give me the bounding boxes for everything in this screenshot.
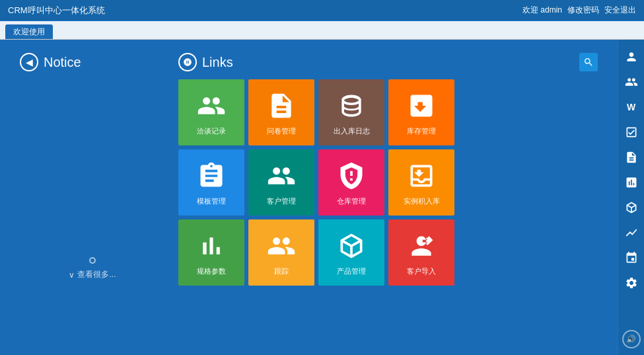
tile-cangku-label: 仓库管理 [337, 196, 366, 206]
links-nav-icon[interactable] [178, 53, 197, 71]
right-sidebar: W 🔊 [618, 40, 644, 355]
tile-shili[interactable]: 实例积入库 [388, 149, 454, 216]
notice-prev-button[interactable]: ◀ [20, 53, 38, 71]
tile-genzong[interactable]: 跟踪 [248, 219, 314, 286]
settings-icon[interactable] [621, 272, 642, 294]
notice-dot [89, 257, 96, 264]
notice-empty-area: ∨ 查看很多... [20, 82, 165, 280]
database-icon [335, 89, 368, 122]
top-bar-right: 欢迎 admin 修改密码 安全退出 [522, 5, 636, 16]
user-import-icon [405, 229, 438, 262]
safe-exit-link[interactable]: 安全退出 [604, 5, 636, 16]
tile-guige-label: 规格参数 [197, 266, 226, 276]
user-list-icon[interactable] [621, 71, 642, 93]
tile-muban-label: 模板管理 [197, 196, 226, 206]
tile-kehudaoru[interactable]: 客户导入 [388, 219, 454, 286]
warehouse-icon [335, 159, 368, 192]
notice-section: ◀ Notice ∨ 查看很多... [20, 53, 165, 342]
schedule-icon[interactable] [621, 247, 642, 268]
welcome-text: 欢迎 admin [522, 5, 562, 16]
tracking-icon [265, 229, 298, 262]
tile-kucun[interactable]: 库存管理 [388, 79, 454, 145]
links-search-button[interactable] [579, 53, 598, 71]
tab-bar: 欢迎使用 [0, 21, 644, 40]
document-icon[interactable] [621, 147, 642, 168]
chart-icon[interactable] [621, 222, 642, 243]
contacts-icon [195, 89, 228, 122]
tile-genzong-label: 跟踪 [274, 266, 289, 276]
barchart-icon [195, 229, 228, 262]
w-icon[interactable]: W [621, 97, 642, 118]
tile-wenjuan[interactable]: 问卷管理 [248, 79, 314, 145]
notice-more-link[interactable]: ∨ 查看很多... [69, 269, 116, 280]
content-area: ◀ Notice ∨ 查看很多... Links [0, 40, 618, 355]
tile-wenjuan-label: 问卷管理 [267, 126, 296, 136]
top-bar: CRM呼叫中心一体化系统 欢迎 admin 修改密码 安全退出 [0, 0, 644, 21]
survey-icon [265, 89, 298, 122]
tile-chanpin-label: 产品管理 [337, 266, 366, 276]
tile-churuku-label: 出入库日志 [334, 126, 370, 136]
tile-kucun-label: 库存管理 [407, 126, 436, 136]
tile-shili-label: 实例积入库 [404, 196, 440, 206]
tile-cangku[interactable]: 仓库管理 [318, 149, 384, 216]
tile-kehudaoru-label: 客户导入 [407, 266, 436, 276]
notice-header: ◀ Notice [20, 53, 165, 71]
tile-chanpin[interactable]: 产品管理 [318, 219, 384, 286]
tile-kehu-label: 客户管理 [267, 196, 296, 206]
tile-churuku[interactable]: 出入库日志 [318, 79, 384, 145]
inbox-down-icon [405, 159, 438, 192]
stats-icon[interactable] [621, 172, 642, 193]
tile-kehu[interactable]: 客户管理 [248, 149, 314, 216]
main-content: ◀ Notice ∨ 查看很多... Links [0, 40, 644, 355]
links-title: Links [202, 55, 233, 70]
tab-welcome[interactable]: 欢迎使用 [5, 24, 53, 39]
tile-guige[interactable]: 规格参数 [178, 219, 244, 286]
checkbox-icon[interactable] [621, 122, 642, 143]
tiles-grid: 洽谈记录 问卷管理 出入库日志 [178, 79, 598, 286]
person-icon[interactable] [621, 46, 642, 67]
notice-title: Notice [44, 55, 81, 70]
links-section: Links 洽谈记录 [178, 53, 598, 342]
change-password-link[interactable]: 修改密码 [567, 5, 599, 16]
download-box-icon [405, 89, 438, 122]
notepad-icon [195, 159, 228, 192]
cube-icon [335, 229, 368, 262]
app-title: CRM呼叫中心一体化系统 [8, 5, 105, 17]
tile-muban[interactable]: 模板管理 [178, 149, 244, 216]
tile-qiatan[interactable]: 洽谈记录 [178, 79, 244, 145]
links-header: Links [178, 53, 598, 71]
tile-qiatan-label: 洽谈记录 [197, 126, 226, 136]
sound-icon[interactable]: 🔊 [622, 330, 641, 348]
users-icon [265, 159, 298, 192]
links-header-left: Links [178, 53, 233, 71]
cube-sidebar-icon[interactable] [621, 197, 642, 218]
